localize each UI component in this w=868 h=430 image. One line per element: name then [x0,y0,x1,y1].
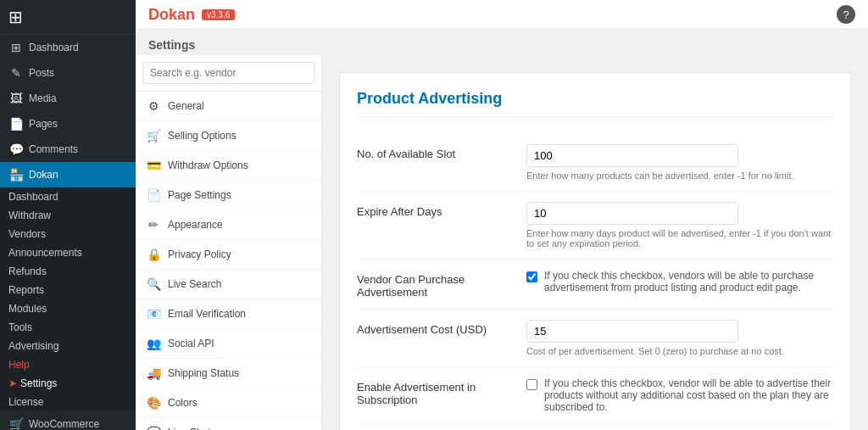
expire-days-control: Enter how many days product will be adve… [526,202,833,249]
settings-menu-colors[interactable]: 🎨 Colors [136,388,321,418]
ad-subscription-row: Enable Advertisement in Subscription If … [357,367,833,424]
colors-icon: 🎨 [146,395,161,410]
ad-subscription-checkbox[interactable] [526,379,537,390]
settings-content: Product Advertising No. of Available Slo… [322,55,868,430]
general-icon: ⚙ [146,98,161,114]
ad-cost-label: Advertisement Cost (USD) [357,320,526,336]
available-slot-help: Enter how many products can be advertise… [526,170,833,181]
settings-menu-social-api[interactable]: 👥 Social API [136,329,321,359]
sidebar-sub-license[interactable]: License [0,393,136,411]
sidebar-sub-modules[interactable]: Modules [0,299,136,318]
sidebar-item-comments[interactable]: 💬 Comments [0,137,136,162]
page-title: Settings [148,38,195,52]
wp-sidebar: ⊞ ⊞ Dashboard ✎ Posts 🖼 Media 📄 Pages 💬 … [0,0,136,430]
sidebar-sub-vendors[interactable]: Vendors [0,225,136,243]
sidebar-sub-tools[interactable]: Tools [0,318,136,337]
shipping-icon: 🚚 [146,366,161,381]
social-api-icon: 👥 [146,336,161,351]
sidebar-sub-help[interactable]: Help [0,355,136,374]
comments-icon: 💬 [8,142,24,156]
expire-days-label: Expire After Days [357,202,526,218]
ad-subscription-label-wrap[interactable]: If you check this checkbox, vendor will … [526,377,833,413]
ad-cost-help: Cost of per advertisement. Set 0 (zero) … [526,346,833,356]
ad-cost-control: Cost of per advertisement. Set 0 (zero) … [526,320,833,356]
live-search-icon: 🔍 [146,276,161,292]
vendor-purchase-label-wrap[interactable]: If you check this checkbox, vendors will… [526,270,833,293]
dashboard-icon: ⊞ [8,41,24,54]
vendor-purchase-checkbox[interactable] [526,271,537,282]
settings-menu-appearance[interactable]: ✏ Appearance [136,210,321,240]
sidebar-item-woocommerce[interactable]: 🛒 WooCommerce [0,411,136,430]
ad-cost-row: Advertisement Cost (USD) Cost of per adv… [357,310,833,367]
available-slot-control: Enter how many products can be advertise… [526,144,833,181]
settings-menu-live-search[interactable]: 🔍 Live Search [136,270,321,299]
sidebar-sub-refunds[interactable]: Refunds [0,262,136,281]
woocommerce-icon: 🛒 [8,417,24,430]
sidebar-item-media[interactable]: 🖼 Media [0,86,136,111]
withdraw-icon: 💳 [146,158,161,173]
vendor-purchase-row: Vendor Can Purchase Advertisement If you… [357,260,833,310]
settings-sidebar: ⚙ General 🛒 Selling Options 💳 Withdraw O… [136,55,322,430]
available-slot-row: No. of Available Slot Enter how many pro… [357,134,833,192]
live-chat-icon: 💬 [146,425,161,430]
sidebar-sub-withdraw[interactable]: Withdraw [0,206,136,225]
settings-form: Product Advertising No. of Available Slo… [339,72,851,430]
expire-days-help: Enter how many days product will be adve… [526,228,833,249]
sidebar-item-pages[interactable]: 📄 Pages [0,111,136,137]
help-button[interactable]: ? [837,5,855,24]
sidebar-item-dokan[interactable]: 🏪 Dokan [0,162,136,187]
available-slot-input[interactable] [526,144,738,167]
sidebar-item-posts[interactable]: ✎ Posts [0,60,136,86]
available-slot-label: No. of Available Slot [357,144,526,160]
settings-menu-selling[interactable]: 🛒 Selling Options [136,121,321,151]
settings-menu-live-chat[interactable]: 💬 Live Chat [136,418,321,430]
posts-icon: ✎ [8,66,24,80]
settings-menu-shipping[interactable]: 🚚 Shipping Status [136,359,321,388]
settings-menu-privacy[interactable]: 🔒 Privacy Policy [136,240,321,270]
privacy-icon: 🔒 [146,247,161,262]
mark-featured-row: Mark advertised product as featured? If … [357,424,833,430]
selling-icon: 🛒 [146,128,161,143]
sidebar-sub-settings[interactable]: ➤ Settings [0,374,136,393]
vendor-purchase-help: If you check this checkbox, vendors will… [544,270,833,293]
appearance-menu-icon: ✏ [146,217,161,232]
ad-cost-input[interactable] [526,320,738,343]
settings-menu-page-settings[interactable]: 📄 Page Settings [136,181,321,210]
ad-subscription-help: If you check this checkbox, vendor will … [544,377,833,413]
sidebar-sub-reports[interactable]: Reports [0,281,136,299]
sidebar-sub-announcements[interactable]: Announcements [0,243,136,262]
settings-menu-email-verification[interactable]: 📧 Email Verification [136,299,321,329]
ad-subscription-control: If you check this checkbox, vendor will … [526,377,833,413]
ad-subscription-label: Enable Advertisement in Subscription [357,377,526,406]
settings-menu-withdraw[interactable]: 💳 Withdraw Options [136,151,321,181]
dokan-version-badge: v3.3.6 [202,9,235,20]
sidebar-sub-dashboard[interactable]: Dashboard [0,187,136,206]
email-verification-icon: 📧 [146,306,161,321]
settings-search-input[interactable] [142,62,314,84]
expire-days-row: Expire After Days Enter how many days pr… [357,192,833,260]
page-settings-icon: 📄 [146,187,161,203]
vendor-purchase-control: If you check this checkbox, vendors will… [526,270,833,293]
media-icon: 🖼 [8,92,24,105]
dokan-logo-text: Dokan [148,6,195,24]
settings-arrow-icon: ➤ [8,377,17,389]
vendor-purchase-label: Vendor Can Purchase Advertisement [357,270,526,299]
settings-search-container [136,55,321,92]
expire-days-input[interactable] [526,202,738,225]
dokan-icon: 🏪 [8,168,24,181]
sidebar-item-dashboard[interactable]: ⊞ Dashboard [0,35,136,60]
settings-menu-general[interactable]: ⚙ General [136,92,321,121]
settings-section-title: Product Advertising [357,90,833,117]
sidebar-sub-advertising[interactable]: Advertising [0,337,136,355]
pages-icon: 📄 [8,117,24,131]
